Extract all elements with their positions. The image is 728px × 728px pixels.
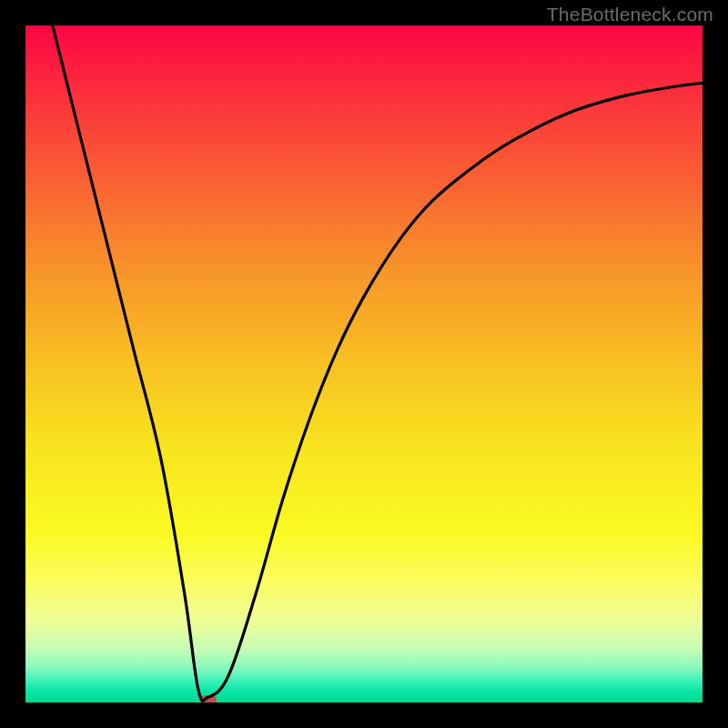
- watermark-text: TheBottleneck.com: [547, 4, 713, 25]
- chart-stage: TheBottleneck.com: [0, 0, 728, 728]
- curve-path: [53, 25, 703, 701]
- plot-area: [25, 25, 703, 703]
- line-curve: [25, 25, 703, 703]
